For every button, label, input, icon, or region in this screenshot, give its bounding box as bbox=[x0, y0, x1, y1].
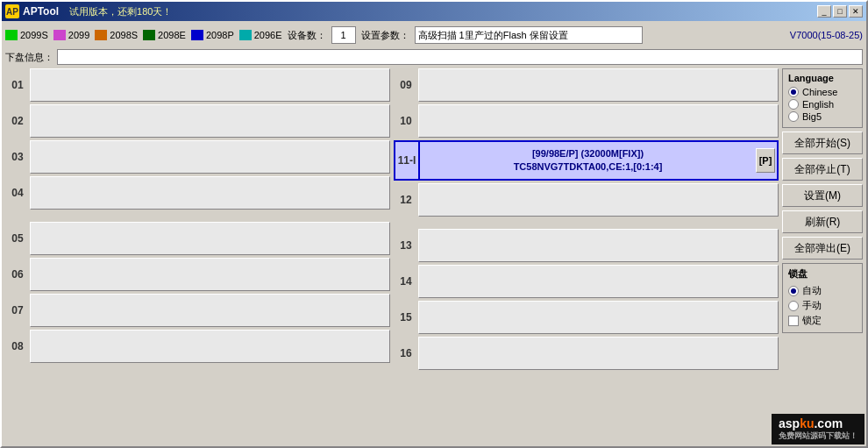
version-text: V7000(15-08-25) bbox=[790, 30, 863, 40]
slot-num-08: 08 bbox=[5, 330, 30, 363]
slot-row-12: 12 bbox=[394, 183, 779, 217]
legend-2098e: 2098E bbox=[143, 30, 186, 40]
radio-english-circle[interactable] bbox=[788, 99, 799, 110]
slot-num-07: 07 bbox=[5, 294, 30, 327]
slot-num-03: 03 bbox=[5, 140, 30, 174]
watermark: aspku.com 免费网站源码下载站！ bbox=[772, 414, 864, 444]
radio-manual-lock[interactable]: 手动 bbox=[788, 299, 857, 312]
settings-button[interactable]: 设置(M) bbox=[782, 184, 863, 207]
slot-box-02[interactable] bbox=[30, 104, 390, 138]
app-icon: AP bbox=[5, 4, 19, 18]
slot-box-04[interactable] bbox=[30, 176, 390, 210]
radio-chinese-circle[interactable] bbox=[788, 87, 799, 97]
radio-big5-circle[interactable] bbox=[788, 111, 799, 122]
legend-color-2098s bbox=[95, 30, 107, 40]
slot-box-12[interactable] bbox=[418, 183, 779, 217]
minimize-button[interactable]: _ bbox=[817, 5, 831, 18]
eject-all-button[interactable]: 全部弹出(E) bbox=[782, 237, 863, 260]
slot-box-10[interactable] bbox=[418, 104, 779, 138]
watermark-text: asp bbox=[779, 416, 800, 430]
watermark-sub: 免费网站源码下载站！ bbox=[779, 430, 857, 442]
slot-row-04: 04 bbox=[5, 176, 390, 210]
slot-row-09: 09 bbox=[394, 68, 779, 102]
checkbox-lock[interactable]: 锁定 bbox=[788, 314, 857, 327]
slot-num-05: 05 bbox=[5, 222, 30, 255]
slot-11-p-button[interactable]: [P] bbox=[756, 148, 775, 173]
lock-group: 锁盘 自动 手动 锁定 bbox=[782, 263, 863, 333]
slot-num-09: 09 bbox=[394, 68, 418, 102]
legend-2096e: 2096E bbox=[239, 30, 282, 40]
app-name: APTool bbox=[23, 5, 59, 18]
slot-num-16: 16 bbox=[394, 337, 418, 370]
slot-num-15: 15 bbox=[394, 301, 418, 334]
slot-num-12: 12 bbox=[394, 183, 418, 217]
slot-11-info: [99/98E/P] (32000M[FIX])TC58NVG7TDKTA00,… bbox=[422, 147, 754, 174]
slot-box-15[interactable] bbox=[418, 301, 779, 334]
legend-color-2096e bbox=[239, 30, 252, 40]
slot-num-11: 11-I bbox=[394, 140, 418, 181]
slot-num-10: 10 bbox=[394, 104, 418, 138]
slot-row-15: 15 bbox=[394, 301, 779, 334]
legend-color-2099s bbox=[5, 30, 18, 40]
radio-auto-lock[interactable]: 自动 bbox=[788, 284, 857, 297]
slot-row-03: 03 bbox=[5, 140, 390, 174]
title-bar: AP APTool 试用版本，还剩180天！ _ □ ✕ bbox=[2, 2, 866, 21]
watermark-com: .com bbox=[814, 416, 843, 430]
radio-manual-circle[interactable] bbox=[788, 301, 799, 311]
slot-num-06: 06 bbox=[5, 258, 30, 291]
maximize-button[interactable]: □ bbox=[833, 5, 847, 18]
slot-num-01: 01 bbox=[5, 68, 30, 102]
legend-2099s: 2099S bbox=[5, 30, 48, 40]
toolbar: 2099S 2099 2098S 2098E 2098P bbox=[5, 25, 863, 46]
radio-big5[interactable]: Big5 bbox=[788, 111, 857, 122]
legend-2099: 2099 bbox=[53, 30, 89, 40]
language-group: Language Chinese English Big5 bbox=[782, 68, 863, 128]
start-all-button[interactable]: 全部开始(S) bbox=[782, 132, 863, 154]
lock-group-title: 锁盘 bbox=[788, 267, 857, 281]
slot-row-13: 13 bbox=[394, 229, 779, 262]
slot-row-01: 01 bbox=[5, 68, 390, 102]
legend-2098s: 2098S bbox=[95, 30, 138, 40]
slot-box-01[interactable] bbox=[30, 68, 390, 102]
window-controls: _ □ ✕ bbox=[817, 5, 863, 18]
right-panel: Language Chinese English Big5 bbox=[782, 68, 863, 443]
stop-all-button[interactable]: 全部停止(T) bbox=[782, 158, 863, 181]
legend-2098p: 2098P bbox=[191, 30, 234, 40]
right-slots-column: 09 10 11-I [99/98E/P] bbox=[394, 68, 779, 443]
slot-box-13[interactable] bbox=[418, 229, 779, 262]
slot-box-03[interactable] bbox=[30, 140, 390, 174]
slot-box-09[interactable] bbox=[418, 68, 779, 102]
language-group-title: Language bbox=[788, 73, 857, 83]
slot-row-16: 16 bbox=[394, 337, 779, 370]
slot-box-06[interactable] bbox=[30, 258, 390, 291]
info-input[interactable] bbox=[57, 49, 863, 65]
info-row: 下盘信息： bbox=[5, 48, 863, 66]
slot-num-14: 14 bbox=[394, 265, 418, 298]
slot-box-07[interactable] bbox=[30, 294, 390, 327]
slot-row-05: 05 bbox=[5, 222, 390, 255]
slot-box-08[interactable] bbox=[30, 330, 390, 363]
param-label: 设置参数： bbox=[361, 29, 409, 42]
radio-english[interactable]: English bbox=[788, 99, 857, 110]
param-value[interactable]: 高级扫描 1里产过的Flash 保留设置 bbox=[415, 26, 643, 44]
slot-num-04: 04 bbox=[5, 176, 30, 210]
legend-color-2099 bbox=[53, 30, 66, 40]
device-count-label: 设备数： bbox=[288, 29, 326, 42]
radio-auto-circle[interactable] bbox=[788, 286, 799, 296]
radio-chinese[interactable]: Chinese bbox=[788, 87, 857, 97]
slot-row-02: 02 bbox=[5, 104, 390, 138]
refresh-button[interactable]: 刷新(R) bbox=[782, 210, 863, 233]
left-slots-column: 01 02 03 04 bbox=[5, 68, 390, 443]
slot-row-11: 11-I [99/98E/P] (32000M[FIX])TC58NVG7TDK… bbox=[394, 140, 779, 181]
watermark-ku: ku bbox=[800, 416, 814, 430]
slot-row-07: 07 bbox=[5, 294, 390, 327]
checkbox-lock-box[interactable] bbox=[788, 316, 799, 326]
close-button[interactable]: ✕ bbox=[849, 5, 863, 18]
slot-box-16[interactable] bbox=[418, 337, 779, 370]
slot-box-11[interactable]: [99/98E/P] (32000M[FIX])TC58NVG7TDKTA00,… bbox=[418, 140, 779, 181]
slot-num-02: 02 bbox=[5, 104, 30, 138]
slot-box-14[interactable] bbox=[418, 265, 779, 298]
slot-box-05[interactable] bbox=[30, 222, 390, 255]
trial-text: 试用版本，还剩180天！ bbox=[69, 5, 172, 18]
info-label: 下盘信息： bbox=[5, 51, 53, 64]
